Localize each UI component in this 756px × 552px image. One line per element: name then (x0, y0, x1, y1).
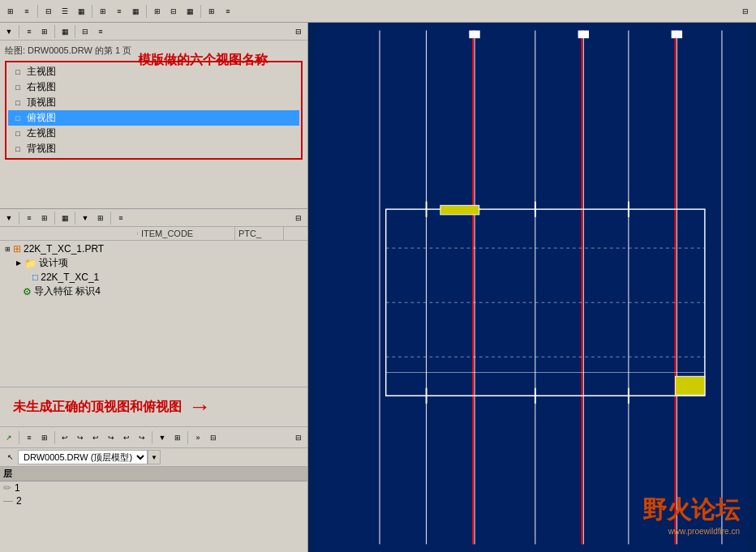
views-sep-3 (75, 25, 75, 38)
model-sep-2 (54, 212, 55, 225)
btm-icon-7[interactable]: ↪ (104, 430, 118, 445)
btm-icon-9[interactable]: ↪ (135, 430, 149, 445)
toolbar-icon-9[interactable]: ⊞ (150, 4, 165, 19)
views-toolbar-icon-end[interactable]: ⊟ (291, 24, 306, 39)
model-toolbar-icon-7[interactable]: ≡ (114, 211, 128, 225)
combo-row: ↖ DRW0005.DRW (顶层模型) ▼ (0, 448, 307, 467)
model-toolbar: ▼ ≡ ⊞ ▦ ▼ ⊞ ≡ ⊟ (0, 209, 307, 227)
layer-item-2[interactable]: — 2 (0, 494, 307, 507)
svg-rect-16 (440, 205, 479, 215)
xc1-icon: □ (32, 272, 38, 283)
col-header-item-code[interactable]: ITEM_CODE (138, 227, 235, 240)
toolbar-icon-12[interactable]: ⊞ (204, 4, 219, 19)
toolbar-icon-4[interactable]: ☰ (58, 4, 72, 19)
left-panel: ▼ ≡ ⊞ ▦ ⊟ ≡ ⊟ 绘图: DRW0005.DRW 的第 1 页 □ (0, 23, 308, 552)
views-toolbar-icon-6[interactable]: ≡ (93, 24, 108, 39)
expand-icon-1[interactable]: ⊞ (3, 245, 11, 253)
tree-item-label-5: 左视图 (27, 126, 56, 140)
tree-item-left-view[interactable]: □ 左视图 (8, 126, 299, 141)
model-item-design[interactable]: ▶ 📁 设计项 (2, 255, 306, 271)
model-item-label-4: 导入特征 标识4 (34, 285, 101, 298)
tree-item-main-view[interactable]: □ 主视图 (8, 64, 299, 79)
view-icon-1: □ (11, 66, 24, 79)
tree-item-right-view[interactable]: □ 右视图 (8, 79, 299, 95)
btm-icon-2[interactable]: ≡ (22, 430, 37, 445)
tree-item-back-view[interactable]: □ 背视图 (8, 141, 299, 156)
bottom-left-section: ↗ ≡ ⊞ ↩ ↪ ↩ ↪ ↩ ↪ ▼ ⊞ » ⊟ ⊟ (0, 426, 307, 552)
watermark: 野火论坛 www.proewildfire.cn (642, 494, 740, 536)
btm-icon-5[interactable]: ↪ (73, 430, 88, 445)
col-header-empty (0, 232, 138, 235)
toolbar-icon-8[interactable]: ▦ (128, 4, 143, 19)
import-icon: ⚙ (23, 286, 32, 297)
model-toolbar-icon-6[interactable]: ⊞ (93, 211, 108, 225)
toolbar-icon-13[interactable]: ≡ (221, 4, 235, 19)
model-toolbar-icon-2[interactable]: ≡ (22, 211, 37, 225)
toolbar-icon-11[interactable]: ▦ (183, 4, 197, 19)
model-item-prt[interactable]: ⊞ ⊞ 22K_T_XC_1.PRT (2, 242, 306, 255)
model-toolbar-icon-5[interactable]: ▼ (78, 211, 92, 225)
btm-icon-12[interactable]: » (191, 430, 205, 445)
col-header-ptc[interactable]: PTC_ (235, 227, 284, 240)
svg-rect-0 (317, 23, 746, 552)
views-toolbar-icon-3[interactable]: ⊞ (37, 24, 52, 39)
views-toolbar-icon-4[interactable]: ▦ (58, 24, 72, 39)
views-toolbar-icon-2[interactable]: ≡ (22, 24, 37, 39)
view-icon-4: □ (11, 112, 24, 125)
toolbar-icon-6[interactable]: ⊞ (96, 4, 110, 19)
btm-icon-13[interactable]: ⊟ (206, 430, 221, 445)
btm-icon-3[interactable]: ⊞ (37, 430, 52, 445)
btm-sep-3 (152, 431, 152, 444)
top-toolbar: ⊞ ≡ ⊟ ☰ ▦ ⊞ ≡ ▦ ⊞ ⊟ ▦ ⊞ ≡ ⊟ (0, 0, 756, 23)
layer-list: ✏ 1 — 2 (0, 481, 307, 552)
btm-icon-11[interactable]: ⊞ (170, 430, 185, 445)
model-sep-4 (110, 212, 111, 225)
btm-icon-8[interactable]: ↩ (119, 430, 134, 445)
model-sep-3 (75, 212, 75, 225)
toolbar-icon-5[interactable]: ▦ (74, 4, 88, 19)
model-item-xc1[interactable]: □ 22K_T_XC_1 (2, 271, 306, 284)
tree-item-label-1: 主视图 (27, 65, 56, 79)
btm-icon-end[interactable]: ⊟ (291, 430, 306, 445)
svg-rect-18 (578, 31, 589, 39)
model-toolbar-icon-end[interactable]: ⊟ (291, 211, 306, 225)
toolbar-icon-end[interactable]: ⊟ (738, 4, 753, 19)
btm-icon-4[interactable]: ↩ (58, 430, 72, 445)
btm-icon-6[interactable]: ↩ (88, 430, 103, 445)
btm-icon-1[interactable]: ↗ (2, 430, 16, 445)
layer-line-icon-1: ✏ (3, 482, 11, 494)
model-sep-1 (19, 212, 19, 225)
tree-item-label-2: 右视图 (27, 80, 56, 94)
toolbar-icon-3[interactable]: ⊟ (41, 4, 56, 19)
expand-icon-2[interactable]: ▶ (15, 259, 23, 267)
layer-item-1[interactable]: ✏ 1 (0, 481, 307, 494)
tree-item-label-4: 俯视图 (27, 111, 56, 125)
bottom-toolbar-row: ↗ ≡ ⊞ ↩ ↪ ↩ ↪ ↩ ↪ ▼ ⊞ » ⊟ ⊟ (0, 427, 307, 448)
model-toolbar-icon-4[interactable]: ▦ (58, 211, 72, 225)
toolbar-icon-1[interactable]: ⊞ (3, 4, 18, 19)
bottom-annotation-text: 未生成正确的顶视图和俯视图 (6, 396, 188, 419)
views-toolbar-icon-5[interactable]: ⊟ (78, 24, 92, 39)
toolbar-icon-2[interactable]: ≡ (19, 4, 34, 19)
views-toolbar: ▼ ≡ ⊞ ▦ ⊟ ≡ ⊟ (0, 23, 307, 41)
views-sep-1 (19, 25, 19, 38)
btm-icon-10[interactable]: ▼ (155, 430, 170, 445)
toolbar-sep-1 (37, 5, 38, 18)
model-item-label-2: 设计项 (39, 256, 68, 270)
cursor-icon[interactable]: ↖ (3, 450, 18, 464)
model-item-import[interactable]: ⚙ 导入特征 标识4 (2, 284, 306, 299)
tree-item-top-view[interactable]: □ 顶视图 (8, 95, 299, 110)
red-arrow-icon: → (188, 394, 211, 420)
views-toolbar-icon-1[interactable]: ▼ (2, 24, 16, 39)
combo-arrow[interactable]: ▼ (148, 450, 161, 464)
toolbar-icon-7[interactable]: ≡ (112, 4, 127, 19)
tree-item-iso-view[interactable]: □ 俯视图 (8, 110, 299, 126)
toolbar-icon-10[interactable]: ⊟ (166, 4, 181, 19)
model-item-label-3: 22K_T_XC_1 (41, 272, 99, 283)
btm-sep-2 (54, 431, 55, 444)
model-toolbar-icon-1[interactable]: ▼ (2, 211, 16, 225)
model-toolbar-icon-3[interactable]: ⊞ (37, 211, 52, 225)
toolbar-sep-3 (146, 5, 147, 18)
model-combo[interactable]: DRW0005.DRW (顶层模型) (18, 450, 148, 464)
bottom-annotation-area: 未生成正确的顶视图和俯视图 → (0, 387, 307, 426)
